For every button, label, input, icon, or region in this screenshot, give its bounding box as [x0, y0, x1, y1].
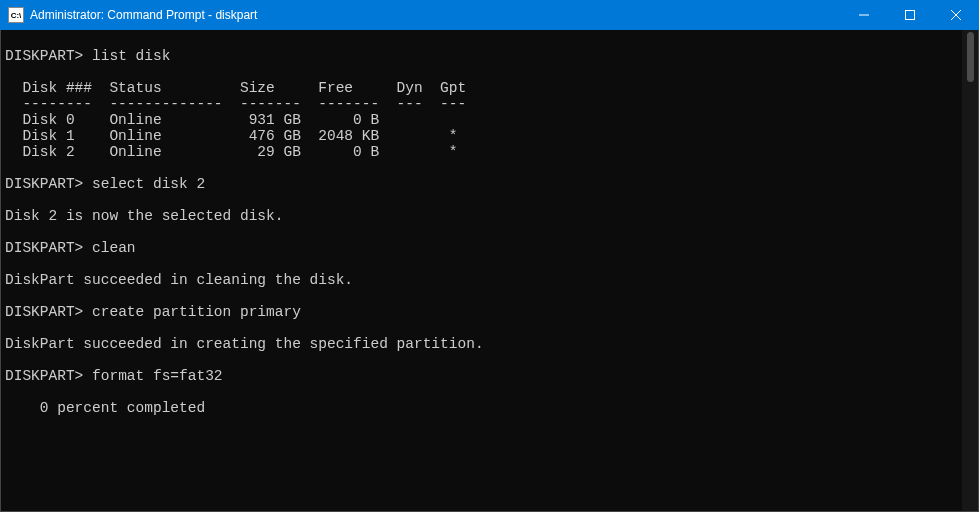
disk-row: Disk 0 Online 931 GB 0 B	[5, 112, 379, 128]
terminal-output[interactable]: DISKPART> list disk Disk ### Status Size…	[0, 30, 979, 512]
msg-progress: 0 percent completed	[5, 400, 205, 416]
close-button[interactable]	[933, 0, 979, 30]
cmd-icon: C:\	[8, 7, 24, 23]
command-create-partition: create partition primary	[92, 304, 301, 320]
disk-table-header: Disk ### Status Size Free Dyn Gpt	[5, 80, 466, 96]
cmd-icon-label: C:\	[11, 11, 22, 20]
msg-clean-ok: DiskPart succeeded in cleaning the disk.	[5, 272, 353, 288]
prompt: DISKPART>	[5, 48, 83, 64]
command-format: format fs=fat32	[92, 368, 223, 384]
prompt: DISKPART>	[5, 304, 83, 320]
msg-disk-selected: Disk 2 is now the selected disk.	[5, 208, 283, 224]
window-title: Administrator: Command Prompt - diskpart	[30, 8, 841, 22]
minimize-icon	[859, 10, 869, 20]
command-clean: clean	[92, 240, 136, 256]
window-controls	[841, 0, 979, 30]
command-list-disk: list disk	[92, 48, 170, 64]
close-icon	[951, 10, 961, 20]
maximize-icon	[905, 10, 915, 20]
vertical-scrollbar[interactable]	[962, 30, 978, 511]
maximize-button[interactable]	[887, 0, 933, 30]
msg-partition-ok: DiskPart succeeded in creating the speci…	[5, 336, 484, 352]
prompt: DISKPART>	[5, 176, 83, 192]
svg-rect-1	[906, 11, 915, 20]
prompt: DISKPART>	[5, 368, 83, 384]
command-select-disk: select disk 2	[92, 176, 205, 192]
disk-row: Disk 2 Online 29 GB 0 B *	[5, 144, 457, 160]
window-titlebar: C:\ Administrator: Command Prompt - disk…	[0, 0, 979, 30]
disk-table-divider: -------- ------------- ------- ------- -…	[5, 96, 466, 112]
disk-row: Disk 1 Online 476 GB 2048 KB *	[5, 128, 457, 144]
prompt: DISKPART>	[5, 240, 83, 256]
scrollbar-thumb[interactable]	[967, 32, 974, 82]
minimize-button[interactable]	[841, 0, 887, 30]
